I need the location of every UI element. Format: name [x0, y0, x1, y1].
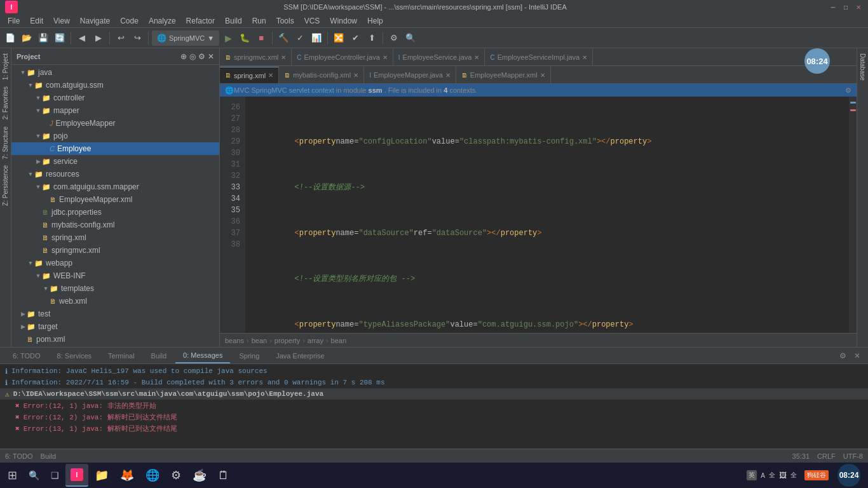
- ebread-property[interactable]: property: [275, 337, 300, 344]
- tree-item-employee-mapper-java[interactable]: J EmployeeMapper: [11, 117, 219, 130]
- menu-edit[interactable]: Edit: [25, 15, 48, 27]
- tree-item-com-atguigu-ssm[interactable]: ▼ 📁 com.atguigu.ssm: [11, 79, 219, 92]
- tree-item-pom-xml[interactable]: 🗎 pom.xml: [11, 333, 219, 346]
- menu-code[interactable]: Code: [115, 15, 144, 27]
- close-button[interactable]: ✕: [854, 3, 863, 11]
- tree-item-java[interactable]: ▼ 📁 java: [11, 66, 219, 79]
- status-build[interactable]: Build: [41, 452, 56, 460]
- bottom-tab-services[interactable]: 8: Services: [50, 348, 99, 363]
- menu-refactor[interactable]: Refactor: [181, 15, 220, 27]
- menu-file[interactable]: File: [3, 15, 25, 27]
- taskbar-app3[interactable]: ⚙: [166, 464, 186, 487]
- panel-locate-button[interactable]: ◎: [189, 52, 196, 61]
- menu-run[interactable]: Run: [247, 15, 271, 27]
- taskbar-file-explorer[interactable]: 📁: [90, 464, 114, 487]
- open-button[interactable]: 📂: [19, 30, 34, 46]
- tree-item-employee-java[interactable]: C Employee: [11, 142, 219, 155]
- menu-analyze[interactable]: Analyze: [144, 15, 181, 27]
- redo-button[interactable]: ↪: [130, 30, 145, 46]
- minimize-button[interactable]: ─: [829, 3, 837, 11]
- sys-sogou-icon[interactable]: 狗硅谷: [804, 470, 829, 480]
- code-editor[interactable]: 26 27 28 29 30 31 32 33 34 35 36 37 38 <…: [220, 97, 857, 333]
- panel-settings-button[interactable]: ⚙: [198, 52, 205, 61]
- panel-add-button[interactable]: ⊕: [180, 52, 187, 61]
- bottom-tab-build[interactable]: Build: [144, 348, 174, 363]
- bottom-tab-messages[interactable]: 0: Messages: [175, 348, 230, 363]
- sidebar-item-structure[interactable]: 7: Structure: [1, 124, 10, 162]
- ebread-array[interactable]: array: [308, 337, 323, 344]
- stop-button[interactable]: ■: [254, 30, 269, 46]
- tab-close-springmvc-xml[interactable]: ✕: [281, 54, 286, 61]
- ebread-bean2[interactable]: bean: [331, 337, 346, 344]
- tab-employee-controller[interactable]: C EmployeeController.java ✕: [292, 49, 393, 65]
- debug-button[interactable]: 🐛: [237, 30, 252, 46]
- coverage-button[interactable]: 📊: [309, 30, 324, 46]
- status-encoding[interactable]: UTF-8: [843, 452, 863, 460]
- tree-item-webapp[interactable]: ▼ 📁 webapp: [11, 257, 219, 269]
- search-button[interactable]: 🔍: [24, 464, 44, 487]
- menu-vcs[interactable]: VCS: [299, 15, 325, 27]
- new-file-button[interactable]: 📄: [3, 30, 18, 46]
- menu-navigate[interactable]: Navigate: [75, 15, 115, 27]
- panel-close-button[interactable]: ✕: [208, 52, 214, 61]
- push-button[interactable]: ⬆: [364, 30, 379, 46]
- tab-employee-service[interactable]: I EmployeeService.java ✕: [393, 49, 485, 65]
- ebread-beans[interactable]: beans: [225, 337, 244, 344]
- tab-close-employee-service-impl[interactable]: ✕: [582, 54, 587, 61]
- search-everywhere-button[interactable]: 🔍: [403, 30, 418, 46]
- tree-item-test[interactable]: ▶ 📁 test: [11, 308, 219, 320]
- save-all-button[interactable]: 💾: [36, 30, 51, 46]
- maximize-button[interactable]: □: [841, 3, 850, 11]
- tab-springmvc-xml[interactable]: 🗎 springmvc.xml ✕: [220, 49, 292, 65]
- vcs-button[interactable]: 🔀: [331, 30, 346, 46]
- status-position[interactable]: 35:31: [792, 452, 810, 460]
- tab-close-spring-xml[interactable]: ✕: [268, 72, 273, 79]
- tab-mybatis-config[interactable]: 🗎 mybatis-config.xml ✕: [279, 67, 364, 83]
- build-project-button[interactable]: 🔨: [276, 30, 291, 46]
- menu-help[interactable]: Help: [362, 15, 388, 27]
- back-button[interactable]: ◀: [74, 30, 90, 46]
- taskbar-intellij[interactable]: I: [65, 464, 88, 487]
- code-content[interactable]: <property name="configLocation" value="c…: [245, 97, 849, 333]
- sidebar-item-persistence[interactable]: Z: Persistence: [1, 163, 10, 208]
- tab-employee-service-impl[interactable]: C EmployeeServiceImpl.java ✕: [485, 49, 593, 65]
- menu-window[interactable]: Window: [325, 15, 362, 27]
- ebread-bean[interactable]: bean: [252, 337, 267, 344]
- sidebar-item-project[interactable]: 1: Project: [1, 51, 10, 83]
- tab-employee-mapper-xml[interactable]: 🗎 EmployeeMapper.xml ✕: [456, 67, 551, 83]
- run-tests-button[interactable]: ✓: [292, 30, 308, 46]
- menu-build[interactable]: Build: [220, 15, 247, 27]
- tab-close-mybatis-config[interactable]: ✕: [353, 72, 358, 79]
- context-info-settings[interactable]: ⚙: [845, 86, 851, 95]
- sys-icon-4[interactable]: 🖼: [779, 471, 787, 480]
- menu-tools[interactable]: Tools: [271, 15, 299, 27]
- tree-item-resources[interactable]: ▼ 📁 resources: [11, 168, 219, 180]
- task-view-button[interactable]: ❑: [46, 464, 64, 487]
- tree-item-controller[interactable]: ▼ 📁 controller: [11, 92, 219, 104]
- status-line-ending[interactable]: CRLF: [817, 452, 836, 460]
- tree-item-webinf[interactable]: ▼ 📁 WEB-INF: [11, 269, 219, 282]
- run-config-dropdown[interactable]: 🌐 SpringMVC ▼: [152, 30, 219, 46]
- taskbar-browser1[interactable]: 🦊: [115, 464, 139, 487]
- tree-item-web-xml[interactable]: 🗎 web.xml: [11, 295, 219, 308]
- tree-item-service-pkg[interactable]: ▶ 📁 service: [11, 155, 219, 168]
- tree-item-springmvc-xml[interactable]: 🗎 springmvc.xml: [11, 244, 219, 257]
- tree-item-mybatis-config[interactable]: 🗎 mybatis-config.xml: [11, 219, 219, 231]
- status-todo[interactable]: 6: TODO: [5, 452, 33, 460]
- sidebar-database[interactable]: Database: [858, 51, 867, 83]
- sync-button[interactable]: 🔄: [52, 30, 67, 46]
- start-button[interactable]: ⊞: [3, 464, 22, 487]
- tab-close-employee-controller[interactable]: ✕: [383, 54, 388, 61]
- tree-item-employee-mapper-xml[interactable]: 🗎 EmployeeMapper.xml: [11, 193, 219, 206]
- taskbar-app4[interactable]: ☕: [187, 464, 212, 487]
- tab-close-employee-service[interactable]: ✕: [474, 54, 479, 61]
- tree-item-mapper-pkg[interactable]: ▼ 📁 mapper: [11, 104, 219, 117]
- tree-item-target[interactable]: ▶ 📁 target: [11, 320, 219, 333]
- tab-spring-xml[interactable]: 🗎 spring.xml ✕: [220, 67, 279, 83]
- tab-close-employee-mapper-java[interactable]: ✕: [445, 72, 451, 79]
- tab-employee-mapper-java[interactable]: I EmployeeMapper.java ✕: [364, 67, 456, 83]
- bottom-tab-terminal[interactable]: Terminal: [100, 348, 142, 363]
- bottom-tab-java-enterprise[interactable]: Java Enterprise: [268, 348, 332, 363]
- tree-item-pojo[interactable]: ▼ 📁 pojo: [11, 130, 219, 142]
- tree-item-spring-xml[interactable]: 🗎 spring.xml: [11, 231, 219, 244]
